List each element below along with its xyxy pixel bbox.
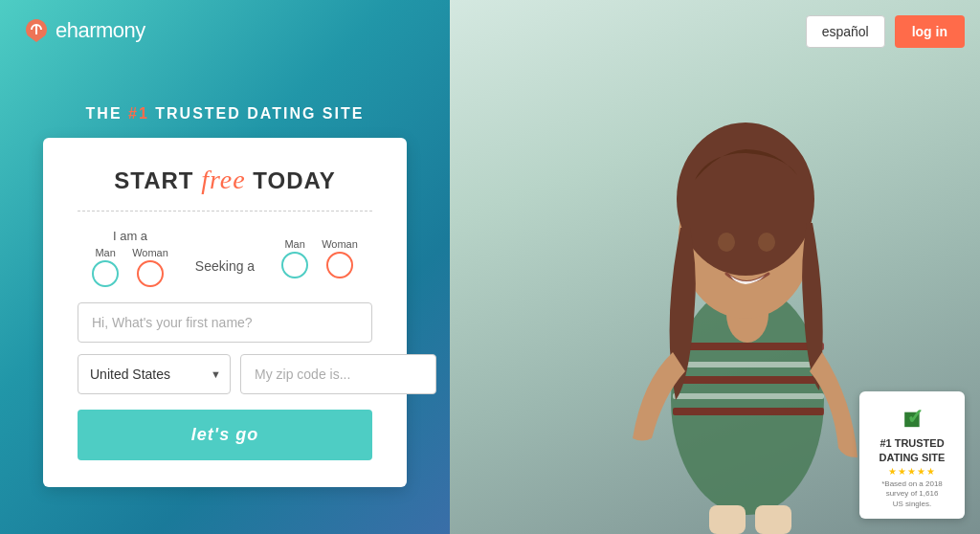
tagline-prefix: THE xyxy=(86,105,128,122)
form-divider xyxy=(78,211,372,211)
trust-badge-title: #1 TRUSTED DATING SITE xyxy=(871,436,953,464)
svg-rect-2 xyxy=(673,343,824,350)
trust-badge-subtitle: *Based on a 2018 survey of 1,616 US sing… xyxy=(871,479,953,509)
seeking-group: Man Woman xyxy=(281,238,358,278)
svg-point-9 xyxy=(677,122,814,276)
left-panel: eharmony THE #1 TRUSTED DATING SITE STAR… xyxy=(0,0,450,534)
svg-rect-12 xyxy=(709,505,746,534)
gender-row: I am a Man Woman Seeking a xyxy=(78,229,372,287)
login-button[interactable]: log in xyxy=(895,15,965,48)
i-am-options: Man Woman xyxy=(92,247,168,287)
seeking-label: Seeking a xyxy=(188,258,262,274)
i-am-label: I am a xyxy=(113,229,147,243)
woman-label-1: Woman xyxy=(132,247,168,258)
seeking-woman-option[interactable]: Woman xyxy=(322,238,358,278)
trust-badge-icon-wrapper: ■ ✓ xyxy=(902,401,921,436)
logo-text: eharmony xyxy=(56,18,145,43)
country-select[interactable]: United States Canada United Kingdom Aust… xyxy=(78,354,231,394)
checkmark-icon: ✓ xyxy=(906,405,924,430)
i-am-group: I am a Man Woman xyxy=(92,229,168,287)
tagline-highlight: #1 xyxy=(128,105,149,122)
seeking-man-option[interactable]: Man xyxy=(281,238,308,278)
title-free: free xyxy=(201,165,246,194)
i-am-man-option[interactable]: Man xyxy=(92,247,119,287)
svg-rect-6 xyxy=(673,408,824,415)
espanol-button[interactable]: español xyxy=(806,15,885,48)
svg-point-10 xyxy=(718,233,735,252)
signup-form-card: START free TODAY I am a Man Woman xyxy=(43,138,407,487)
man-label-1: Man xyxy=(95,247,115,258)
trust-badge: ■ ✓ #1 TRUSTED DATING SITE ★★★★★ *Based … xyxy=(859,391,965,519)
lets-go-button[interactable]: let's go xyxy=(78,410,372,460)
svg-rect-4 xyxy=(673,376,824,384)
seeking-options: Man Woman xyxy=(281,238,358,278)
title-end: TODAY xyxy=(246,167,336,193)
form-title: START free TODAY xyxy=(78,165,372,195)
title-start: START xyxy=(114,167,201,193)
seeking-man-radio[interactable] xyxy=(281,252,308,278)
i-am-woman-radio[interactable] xyxy=(137,260,164,287)
zip-code-input[interactable] xyxy=(240,354,436,394)
country-select-wrapper: United States Canada United Kingdom Aust… xyxy=(78,354,231,394)
seeking-woman-radio[interactable] xyxy=(326,252,353,278)
right-panel: español log in ■ ✓ #1 TRUSTED DATING SIT… xyxy=(450,0,980,534)
i-am-woman-option[interactable]: Woman xyxy=(132,247,168,287)
tagline: THE #1 TRUSTED DATING SITE xyxy=(86,105,365,122)
trust-badge-stars: ★★★★★ xyxy=(871,466,953,477)
svg-rect-3 xyxy=(673,362,824,367)
tagline-suffix: TRUSTED DATING SITE xyxy=(149,105,365,122)
svg-rect-13 xyxy=(755,505,791,534)
eharmony-logo-icon xyxy=(23,17,50,44)
location-row: United States Canada United Kingdom Aust… xyxy=(78,354,372,394)
woman-label-2: Woman xyxy=(322,238,358,250)
man-label-2: Man xyxy=(284,238,304,250)
first-name-input[interactable] xyxy=(78,302,372,343)
logo-area: eharmony xyxy=(23,17,145,44)
header-buttons: español log in xyxy=(806,15,965,48)
svg-point-11 xyxy=(758,233,775,252)
svg-rect-5 xyxy=(673,393,824,399)
i-am-man-radio[interactable] xyxy=(92,260,119,287)
